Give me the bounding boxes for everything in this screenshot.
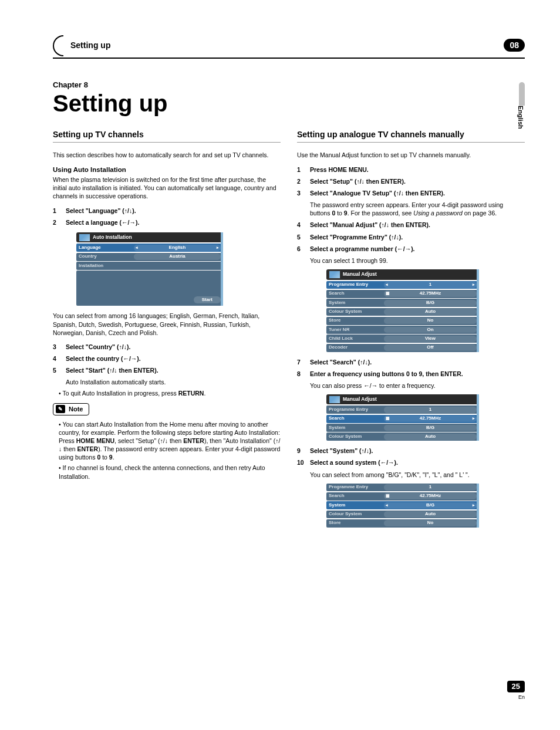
section-title: Setting up TV channels [53,129,281,143]
step-5-follow: Auto Installation automatically starts. [66,378,281,386]
header-tab-shape [53,35,63,56]
step-1: 1Press HOME MENU. [297,165,525,174]
languages-text: You can select from among 16 languages; … [53,312,281,337]
osd-manual-adjust-system: Programme Entry1 Search42.75MHz SystemB/… [326,484,479,528]
osd-title: Auto Installation [76,232,223,242]
bullet-quit: To quit Auto Installation in progress, p… [59,389,281,397]
osd-row: Colour SystemAuto [326,511,479,519]
step-8-follow: You can also press ←/→ to enter a freque… [310,381,525,390]
chapter-label: Chapter 8 [53,80,525,90]
osd-manual-adjust-search: Manual Adjust Programme Entry1 Search42.… [326,394,479,441]
subheading: Using Auto Installation [53,165,281,175]
page-footer: 25 En [507,681,525,701]
osd-row: StoreNo [326,317,479,325]
left-column: Setting up TV channels This section desc… [53,129,281,533]
side-language-tab: English [516,106,525,129]
osd-row: SystemB/G [326,501,479,509]
step-2: 2Select "Setup" (↑/↓ then ENTER). [297,177,525,185]
step-3-follow: The password entry screen appears. Enter… [310,201,525,217]
step-10-follow: You can select from among "B/G", "D/K", … [310,471,525,479]
osd-row: Search42.75MHz [326,290,479,298]
osd-row: SystemB/G [326,424,479,432]
osd-row: Tuner NROn [326,326,479,334]
osd-title: Manual Adjust [326,394,479,404]
step-10: 10Select a sound system (←/→). [297,458,525,467]
osd-row-country: Country Austria [76,253,223,261]
osd-title: Manual Adjust [326,269,479,279]
step-4: 4Select the country (←/→). [53,354,281,363]
osd-start-button: Start [194,296,221,304]
sub-intro: When the plasma television is switched o… [53,175,281,201]
osd-row: Programme Entry1 [326,281,479,289]
osd-row: Programme Entry1 [326,484,479,492]
step-8: 8Enter a frequency using buttons 0 to 9,… [297,370,525,378]
intro-text: This section describes how to automatica… [53,151,281,159]
osd-manual-adjust-full: Manual Adjust Programme Entry1 Search42.… [326,269,479,352]
intro-text: Use the Manual Adjust function to set up… [297,151,525,159]
note-box: ✎ Note You can start Auto Installation f… [53,403,281,481]
step-3: 3Select "Country" (↑/↓). [53,343,281,351]
osd-auto-installation: Auto Installation Language English Count… [76,232,223,306]
osd-start-area: Start [76,271,223,306]
note-item-2: If no channel is found, check the antenn… [59,464,281,480]
section-title: Setting up analogue TV channels manually [297,129,525,143]
step-5: 5Select "Programme Entry" (↑/↓). [297,233,525,241]
osd-row-language: Language English [76,244,223,252]
osd-row: Search42.75MHz [326,415,479,423]
step-6-follow: You can select 1 through 99. [310,256,525,265]
step-1: 1Select "Language" (↑/↓). [53,207,281,215]
step-7: 7Select "Search" (↑/↓). [297,358,525,366]
osd-row: DecoderOff [326,344,479,352]
side-tab-gray [519,82,525,106]
step-6: 6Select a programme number (←/→). [297,245,525,253]
osd-row: Search42.75MHz [326,492,479,501]
note-heading: ✎ Note [53,403,89,415]
footer-lang: En [507,694,525,701]
right-column: Setting up analogue TV channels manually… [297,129,525,533]
pencil-icon: ✎ [56,405,65,413]
note-item-1: You can start Auto Installation from the… [59,420,281,462]
chapter-badge: 08 [504,39,525,52]
page-title: Setting up [53,92,525,115]
step-3: 3Select "Analogue TV Setup" (↑/↓ then EN… [297,189,525,197]
osd-row: Programme Entry1 [326,405,479,414]
osd-row: SystemB/G [326,299,479,307]
running-header: Setting up 08 [53,35,525,59]
note-label: Note [69,405,83,414]
osd-row: StoreNo [326,519,479,528]
osd-row: Child LockView [326,334,479,343]
page-number: 25 [507,681,525,692]
step-4: 4Select "Manual Adjust" (↑/↓ then ENTER)… [297,221,525,229]
step-5: 5Select "Start" (↑/↓ then ENTER). [53,366,281,374]
osd-row: Colour SystemAuto [326,308,479,316]
step-9: 9Select "System" (↑/↓). [297,447,525,455]
running-title: Setting up [70,40,110,51]
osd-row-installation: Installation [76,262,223,270]
osd-row: Colour SystemAuto [326,432,479,441]
step-2: 2Select a language (←/→). [53,218,281,227]
